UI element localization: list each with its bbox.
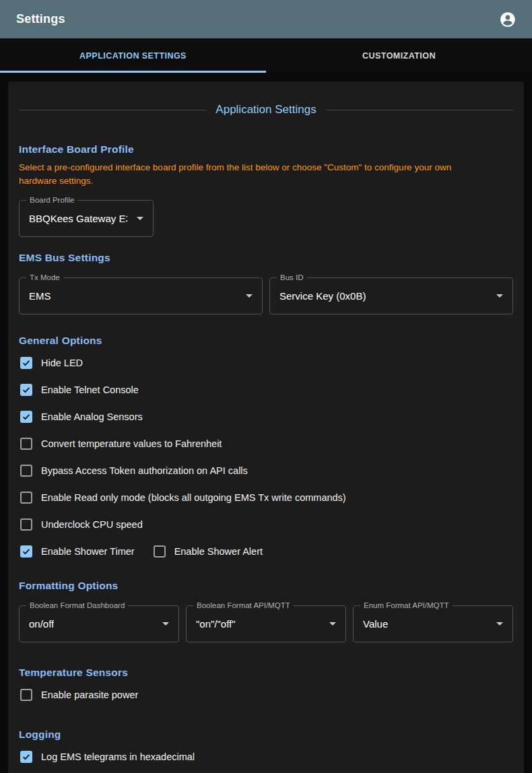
- general-options-list: Hide LED Enable Telnet Console Enable An…: [19, 356, 513, 558]
- temperature-options-list: Enable parasite power: [19, 688, 513, 702]
- checkbox-convert-fahrenheit[interactable]: Convert temperature values to Fahrenheit: [19, 437, 513, 450]
- boolean-format-api-value: "on"/"off": [196, 618, 236, 630]
- enum-format-api-select[interactable]: Enum Format API/MQTT Value: [353, 605, 513, 642]
- section-title-formatting: Formatting Options: [19, 580, 513, 592]
- divider-line-left: [19, 110, 206, 110]
- checkbox-enable-shower-timer[interactable]: Enable Shower Timer: [19, 545, 135, 558]
- board-profile-label: Board Profile: [26, 196, 77, 204]
- divider-line-right: [326, 110, 513, 110]
- checkbox-icon: [20, 465, 32, 477]
- checkbox-label: Enable Shower Timer: [41, 546, 135, 557]
- tx-mode-label: Tx Mode: [26, 273, 63, 281]
- checkbox-icon: [20, 357, 32, 369]
- boolean-format-api-select[interactable]: Boolean Format API/MQTT "on"/"off": [186, 605, 346, 642]
- checkbox-icon: [20, 438, 32, 450]
- page-title: Settings: [16, 12, 65, 26]
- account-button[interactable]: [494, 6, 521, 33]
- boolean-format-dashboard-label: Boolean Format Dashboard: [26, 601, 128, 609]
- dropdown-arrow-icon: [496, 622, 503, 626]
- dropdown-arrow-icon: [162, 622, 169, 626]
- checkbox-label: Hide LED: [41, 358, 83, 368]
- enum-format-api-value: Value: [363, 618, 388, 630]
- checkbox-icon: [154, 545, 166, 558]
- dropdown-arrow-icon: [496, 294, 503, 298]
- checkbox-enable-shower-alert[interactable]: Enable Shower Alert: [152, 545, 263, 558]
- dropdown-arrow-icon: [329, 622, 336, 626]
- checkbox-icon: [20, 518, 32, 531]
- checkbox-label: Underclock CPU speed: [41, 519, 143, 530]
- checkbox-label: Log EMS telegrams in hexadecimal: [41, 751, 195, 762]
- bus-id-value: Service Key (0x0B): [279, 290, 366, 302]
- section-title-temperature: Temperature Sensors: [19, 667, 513, 679]
- checkbox-label: Enable Telnet Console: [41, 384, 139, 395]
- checkbox-read-only-mode[interactable]: Enable Read only mode (blocks all outgoi…: [19, 491, 513, 504]
- section-title-ems-bus: EMS Bus Settings: [19, 252, 513, 264]
- checkbox-icon: [20, 411, 32, 423]
- checkbox-icon: [20, 751, 32, 763]
- checkbox-log-ems-hex[interactable]: Log EMS telegrams in hexadecimal: [19, 750, 513, 764]
- bus-id-label: Bus ID: [277, 273, 307, 281]
- enum-format-api-label: Enum Format API/MQTT: [360, 601, 453, 609]
- checkbox-icon: [20, 492, 32, 504]
- board-profile-select[interactable]: Board Profile BBQKees Gateway E32: [19, 200, 154, 237]
- checkbox-label: Enable Analog Sensors: [41, 411, 143, 422]
- checkbox-enable-telnet-console[interactable]: Enable Telnet Console: [19, 383, 513, 397]
- tab-bar: APPLICATION SETTINGS CUSTOMIZATION: [0, 38, 532, 73]
- checkbox-label: Convert temperature values to Fahrenheit: [41, 438, 222, 449]
- section-title-interface-board: Interface Board Profile: [19, 143, 513, 156]
- settings-card: Application Settings Interface Board Pro…: [8, 81, 524, 773]
- dropdown-arrow-icon: [246, 294, 253, 298]
- checkbox-label: Enable Read only mode (blocks all outgoi…: [41, 492, 346, 503]
- checkbox-label: Enable parasite power: [41, 690, 138, 700]
- dropdown-arrow-icon: [137, 217, 143, 220]
- checkbox-enable-analog-sensors[interactable]: Enable Analog Sensors: [19, 410, 513, 424]
- shower-options-row: Enable Shower Timer Enable Shower Alert: [19, 545, 513, 558]
- bus-id-select[interactable]: Bus ID Service Key (0x0B): [269, 277, 513, 314]
- logging-options-list: Log EMS telegrams in hexadecimal Enable …: [19, 750, 513, 773]
- checkbox-icon: [20, 689, 32, 701]
- boolean-format-dashboard-value: on/off: [29, 618, 54, 630]
- interface-board-description: Select a pre-configured interface board …: [19, 161, 492, 188]
- card-heading-text: Application Settings: [206, 103, 325, 116]
- app-bar: Settings: [0, 0, 532, 38]
- tab-customization[interactable]: CUSTOMIZATION: [266, 38, 532, 73]
- checkbox-label: Bypass Access Token authorization on API…: [41, 465, 248, 476]
- board-profile-value: BBQKees Gateway E32: [29, 213, 127, 224]
- account-circle-icon: [499, 11, 517, 28]
- checkbox-underclock-cpu[interactable]: Underclock CPU speed: [19, 518, 513, 531]
- card-heading: Application Settings: [19, 103, 513, 116]
- tx-mode-value: EMS: [29, 290, 51, 302]
- tab-active-indicator: [0, 71, 266, 73]
- checkbox-icon: [20, 384, 32, 396]
- checkbox-hide-led[interactable]: Hide LED: [19, 356, 513, 370]
- boolean-format-dashboard-select[interactable]: Boolean Format Dashboard on/off: [19, 605, 179, 642]
- checkbox-icon: [20, 545, 32, 558]
- tx-mode-select[interactable]: Tx Mode EMS: [19, 277, 263, 314]
- checkbox-label: Enable Shower Alert: [174, 546, 263, 557]
- section-title-general: General Options: [19, 335, 513, 347]
- checkbox-bypass-access-token[interactable]: Bypass Access Token authorization on API…: [19, 464, 513, 477]
- checkbox-enable-parasite-power[interactable]: Enable parasite power: [19, 688, 513, 702]
- section-title-logging: Logging: [19, 729, 513, 741]
- tab-application-settings[interactable]: APPLICATION SETTINGS: [0, 38, 266, 73]
- boolean-format-api-label: Boolean Format API/MQTT: [193, 601, 294, 609]
